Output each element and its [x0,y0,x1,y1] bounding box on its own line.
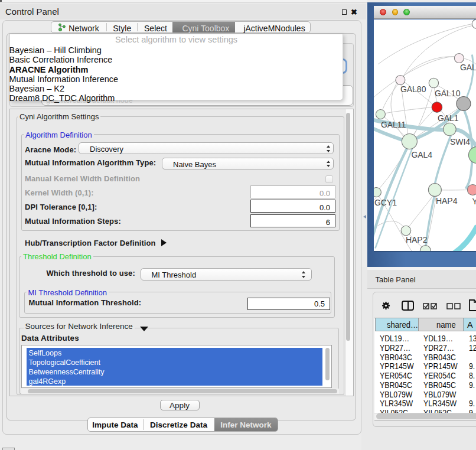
svg-text:GAL4: GAL4 [411,149,432,159]
svg-text:GAL10: GAL10 [434,89,460,98]
svg-text:GCY1: GCY1 [374,197,396,207]
svg-text:HAP2: HAP2 [405,235,427,244]
svg-text:SWI4: SWI4 [449,136,470,146]
svg-text:GAL80: GAL80 [400,84,426,94]
svg-text:GAL11: GAL11 [380,120,406,129]
svg-text:HAP4: HAP4 [435,195,457,205]
svg-text:GAL1: GAL1 [437,113,458,122]
svg-text:Y: Y [472,196,476,206]
svg-text:GAL2: GAL2 [459,63,475,72]
